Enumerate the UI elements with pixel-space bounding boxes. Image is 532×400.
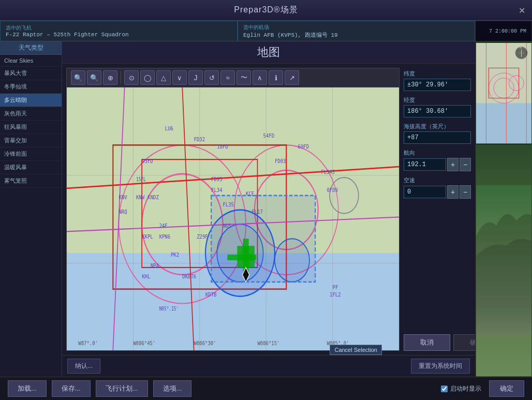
latitude-input[interactable] (404, 79, 471, 91)
aircraft-label: 选中的飞机 (6, 24, 232, 32)
svg-text:FD32: FD32 (194, 136, 205, 142)
latitude-label: 纬度 (404, 70, 471, 78)
right-panel: N (475, 41, 532, 377)
weather-item-clear-skies[interactable]: Clear Skies (0, 55, 62, 67)
map-title: 地图 (62, 41, 475, 64)
map-inner: 🔍 🔍 ⊕ ⊙ ◯ △ ∨ J ↺ ≈ 〜 ∧ ℹ ↗ (66, 68, 400, 351)
weather-item-warm-storm[interactable]: 温暖风暴 (0, 161, 62, 174)
weather-item-foggy[interactable]: 雾气笼照 (0, 174, 62, 188)
svg-text:W086°15': W086°15' (257, 340, 279, 346)
longitude-input[interactable] (404, 105, 471, 117)
svg-text:FL34: FL34 (211, 187, 222, 193)
aircraft-value: F-22 Raptor – 525th Fighter Squadron (6, 32, 232, 38)
heading-label: 航向 (404, 149, 471, 157)
toolbar-info[interactable]: ℹ (269, 70, 283, 85)
title-bar: Prepar3D®场景 ✕ (0, 0, 532, 21)
longitude-label: 经度 (404, 96, 471, 104)
weather-item-gray-rain[interactable]: 灰色雨天 (0, 107, 62, 121)
svg-text:W87°.0': W87°.0' (78, 340, 98, 346)
weather-item-storm[interactable]: 狂风暴雨 (0, 121, 62, 134)
toolbar-wave1[interactable]: ≈ (220, 70, 235, 85)
heading-field: 航向 + − (404, 149, 471, 171)
weather-item-thunder[interactable]: 雷暴交加 (0, 134, 62, 147)
mini-map-bottom (476, 145, 532, 377)
close-button[interactable]: ✕ (516, 5, 527, 16)
airspeed-label: 空速 (404, 176, 471, 184)
heading-decrement[interactable]: − (460, 158, 471, 171)
toolbar-v[interactable]: ∨ (172, 70, 187, 85)
startup-checkbox[interactable] (441, 386, 448, 392)
load-button[interactable]: 加载... (8, 380, 47, 397)
toolbar-up[interactable]: ∧ (253, 70, 267, 85)
save-button[interactable]: 保存... (52, 380, 91, 397)
weather-item-blizzard[interactable]: 暴风大雪 (0, 67, 62, 80)
map-cancel-button[interactable]: 取消 (404, 334, 450, 351)
map-toolbar: 🔍 🔍 ⊕ ⊙ ◯ △ ∨ J ↺ ≈ 〜 ∧ ℹ ↗ (67, 68, 399, 87)
footer-confirm-button[interactable]: 确定 (489, 380, 524, 397)
toolbar-crosshair[interactable]: ⊕ (103, 70, 117, 85)
main-section: 天气类型 Clear Skies 暴风大雪 冬季仙境 多云晴朗 灰色雨天 狂风暴… (0, 41, 532, 377)
footer: 加载... 保存... 飞行计划... 选项... 启动时显示 确定 (0, 377, 532, 400)
svg-text:KPN6: KPN6 (159, 233, 170, 240)
map-area: 🔍 🔍 ⊕ ⊙ ◯ △ ∨ J ↺ ≈ 〜 ∧ ℹ ↗ (62, 64, 475, 355)
svg-point-17 (330, 177, 359, 214)
weather-item-winter[interactable]: 冬季仙境 (0, 80, 62, 94)
svg-text:FD03: FD03 (275, 158, 286, 164)
startup-checkbox-label: 启动时显示 (450, 384, 481, 393)
svg-text:FD93: FD93 (211, 176, 222, 182)
airport-value: Eglin AFB (KVPS), 跑道编号 19 (243, 31, 469, 39)
weather-type-label: 天气类型 (0, 41, 62, 55)
svg-text:DKBT6: DKBT6 (182, 273, 196, 279)
weather-item-cold-front[interactable]: 冷锋前面 (0, 147, 62, 161)
svg-text:W086°45': W086°45' (133, 340, 155, 346)
map-image[interactable]: LU6 FD32 93FD 15FL KNV KNW KNDZ NRQ 18FD… (67, 87, 399, 350)
svg-rect-65 (476, 103, 531, 143)
svg-text:18FD: 18FD (217, 143, 228, 150)
options-button[interactable]: 选项... (153, 380, 192, 397)
terrain-svg (476, 145, 531, 376)
bottom-row: 纳认... 重置为系统时间 Cancel Selection (62, 355, 475, 377)
airspeed-decrement[interactable]: − (460, 185, 471, 199)
toolbar-wave2[interactable]: 〜 (237, 70, 251, 85)
aircraft-info-panel: 选中的飞机 F-22 Raptor – 525th Fighter Squadr… (0, 21, 238, 41)
latitude-field: 纬度 (404, 70, 471, 91)
mini-map-top: N (476, 41, 532, 145)
airspeed-row: + − (404, 185, 471, 199)
svg-text:NGS: NGS (223, 223, 231, 229)
toolbar-zoom-in[interactable]: 🔍 (71, 70, 85, 85)
toolbar-circle2[interactable]: ◯ (140, 70, 155, 85)
toolbar-j[interactable]: J (188, 70, 203, 85)
svg-text:93FD: 93FD (142, 158, 153, 164)
toolbar-circle1[interactable]: ⊙ (124, 70, 139, 85)
svg-text:KNW: KNW (136, 194, 145, 200)
weather-item-partly-cloudy[interactable]: 多云晴朗 (0, 94, 62, 107)
airspeed-input[interactable] (404, 186, 446, 198)
map-action-buttons: 取消 确定 (404, 334, 471, 351)
map-svg: LU6 FD32 93FD 15FL KNV KNW KNDZ NRQ 18FD… (67, 87, 399, 350)
toolbar-arrow[interactable]: ↗ (285, 70, 299, 85)
toolbar-triangle[interactable]: △ (156, 70, 171, 85)
svg-text:Z29F: Z29F (197, 233, 208, 240)
time-display: 7 2:00:00 PM (487, 27, 528, 35)
time-panel: 7 2:00:00 PM (475, 21, 532, 41)
svg-text:FL17: FL17 (252, 209, 262, 215)
toolbar-zoom-out[interactable]: 🔍 (87, 70, 101, 85)
toolbar-undo[interactable]: ↺ (204, 70, 219, 85)
flight-plan-button[interactable]: 飞行计划... (96, 380, 148, 397)
airspeed-increment[interactable]: + (447, 185, 459, 199)
svg-text:FL35: FL35 (223, 201, 233, 208)
startup-checkbox-row: 启动时显示 (441, 384, 481, 393)
svg-text:PF: PF (333, 284, 338, 290)
reset-time-button[interactable]: 重置为系统时间 (411, 359, 470, 374)
altitude-input[interactable] (404, 131, 471, 144)
mini-map-top-svg: N (476, 42, 531, 144)
bottom-confirm-button[interactable]: 纳认... (67, 359, 100, 374)
toolbar-separator-1 (121, 71, 121, 84)
heading-input[interactable] (404, 158, 446, 171)
heading-increment[interactable]: + (447, 158, 459, 171)
svg-text:24F: 24F (159, 223, 168, 229)
svg-text:54FD: 54FD (263, 132, 274, 139)
footer-right: 启动时显示 确定 (441, 380, 524, 397)
window-title: Prepar3D®场景 (234, 5, 298, 16)
svg-text:N05°.15': N05°.15' (159, 306, 179, 312)
